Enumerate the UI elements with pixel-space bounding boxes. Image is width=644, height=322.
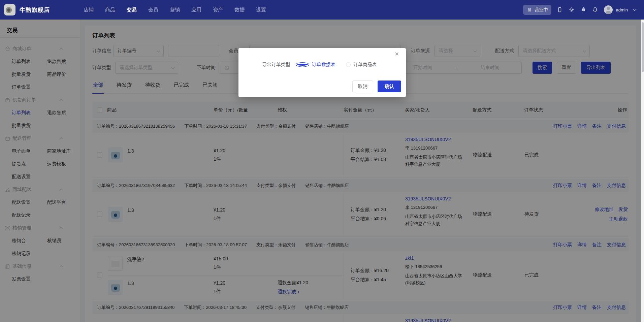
rocket-icon[interactable]: [580, 7, 587, 13]
export-type-label: 导出订单类型: [262, 62, 290, 68]
nav-item-settings[interactable]: 设置: [256, 7, 266, 13]
shop-icon: [526, 7, 533, 13]
main-nav: 店铺 商品 交易 会员 营销 应用 资产 数据 设置: [84, 7, 266, 13]
cancel-button[interactable]: 取消: [352, 80, 373, 92]
nav-item-goods[interactable]: 商品: [105, 7, 115, 13]
radio-order-data-table[interactable]: [296, 62, 309, 67]
nav-item-data[interactable]: 数据: [234, 7, 245, 13]
export-order-dialog: ✕ 导出订单类型 订单数据表 订单商品表 取消 确认: [238, 48, 406, 97]
radio-order-goods-table[interactable]: [346, 62, 351, 67]
export-type-row: 导出订单类型 订单数据表 订单商品表: [262, 62, 377, 68]
gear-icon[interactable]: [569, 7, 575, 13]
user-avatar[interactable]: [604, 5, 613, 14]
confirm-button[interactable]: 确认: [378, 80, 401, 92]
nav-item-trade[interactable]: 交易: [127, 7, 137, 13]
brand: 牛酷旗舰店: [4, 4, 50, 15]
store-name: 牛酷旗舰店: [20, 6, 50, 14]
dialog-footer: 取消 确认: [352, 80, 401, 92]
nav-item-marketing[interactable]: 营销: [170, 7, 180, 13]
option-order-goods-table[interactable]: 订单商品表: [353, 62, 377, 68]
bell-icon[interactable]: [592, 7, 599, 13]
store-logo: [4, 4, 15, 15]
option-order-data-table[interactable]: 订单数据表: [312, 62, 335, 68]
navbar-right: 营业中 admin: [523, 5, 636, 15]
business-status-badge[interactable]: 营业中: [523, 5, 551, 15]
nav-item-assets[interactable]: 资产: [213, 7, 223, 13]
username[interactable]: admin: [616, 7, 628, 12]
nav-item-member[interactable]: 会员: [148, 7, 158, 13]
scrollbar-track[interactable]: [641, 20, 644, 322]
chevron-down-icon[interactable]: [633, 7, 636, 11]
mobile-preview-icon[interactable]: [557, 7, 563, 13]
top-navbar: 牛酷旗舰店 店铺 商品 交易 会员 营销 应用 资产 数据 设置 营业中: [0, 0, 644, 20]
app-screen: 牛酷旗舰店 店铺 商品 交易 会员 营销 应用 资产 数据 设置 营业中: [0, 0, 644, 322]
business-status-label: 营业中: [535, 7, 548, 13]
close-icon[interactable]: ✕: [395, 52, 399, 57]
nav-item-apps[interactable]: 应用: [191, 7, 201, 13]
scrollbar-thumb[interactable]: [642, 22, 644, 72]
nav-item-shop[interactable]: 店铺: [84, 7, 94, 13]
